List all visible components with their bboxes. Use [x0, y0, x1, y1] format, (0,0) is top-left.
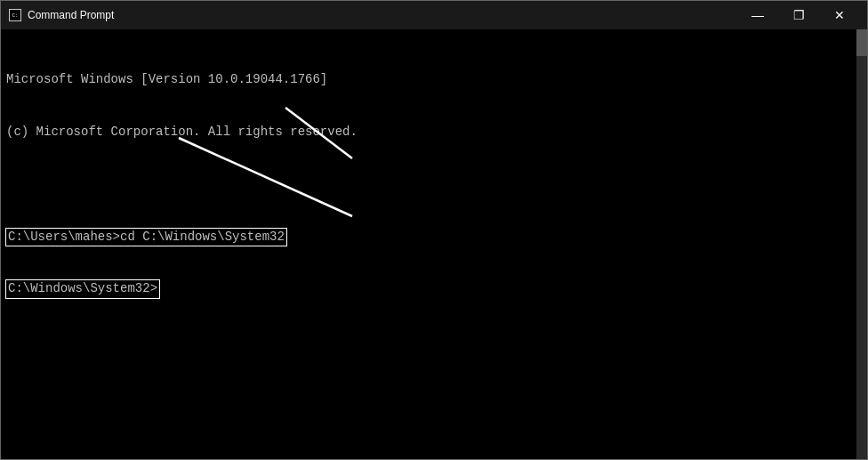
terminal-output: Microsoft Windows [Version 10.0.19044.17…	[4, 33, 864, 336]
close-button[interactable]: ✕	[819, 1, 860, 29]
window: Command Prompt — ❐ ✕ Microsoft Windows […	[0, 0, 868, 460]
prompt-2: C:\Windows\System32>	[8, 281, 157, 295]
command-highlight: C:\Users\mahes>cd C:\Windows\System32	[6, 229, 286, 246]
title-bar: Command Prompt — ❐ ✕	[1, 1, 867, 29]
terminal-area[interactable]: Microsoft Windows [Version 10.0.19044.17…	[1, 29, 867, 459]
command-text: cd C:\Windows\System32	[120, 230, 285, 244]
window-title: Command Prompt	[28, 9, 114, 21]
cmd-app-icon	[8, 8, 22, 22]
output-line-4: C:\Users\mahes>cd C:\Windows\System32	[6, 229, 862, 246]
output-line-2: (c) Microsoft Corporation. All rights re…	[6, 124, 862, 141]
scrollbar[interactable]	[856, 29, 867, 459]
scrollbar-thumb[interactable]	[856, 29, 867, 56]
output-line-3	[6, 176, 862, 194]
output-line-1: Microsoft Windows [Version 10.0.19044.17…	[6, 71, 862, 89]
new-prompt-highlight: C:\Windows\System32>	[6, 280, 159, 298]
title-bar-controls: — ❐ ✕	[737, 1, 860, 29]
prompt-1: C:\Users\mahes>	[8, 230, 120, 244]
minimize-button[interactable]: —	[737, 1, 778, 29]
title-bar-left: Command Prompt	[8, 8, 114, 22]
output-line-5: C:\Windows\System32>	[6, 280, 862, 298]
maximize-button[interactable]: ❐	[778, 1, 819, 29]
